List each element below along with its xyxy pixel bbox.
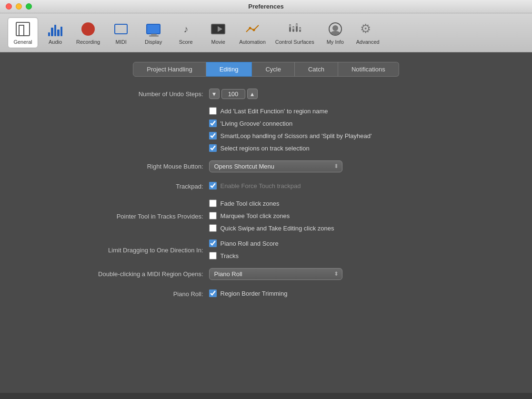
svg-point-1 (252, 29, 255, 31)
smartloop-checkbox[interactable] (209, 132, 217, 140)
piano-roll-score-checkbox[interactable] (209, 239, 217, 247)
fade-tool-wrapper: Fade Tool click zones (209, 200, 334, 207)
tab-cycle[interactable]: Cycle (252, 62, 295, 77)
trackpad-checkbox-label[interactable]: Enable Force Touch trackpad (221, 182, 301, 190)
toolbar-label-display: Display (145, 39, 162, 45)
pointer-tool-row: Pointer Tool in Tracks Provides: Fade To… (61, 200, 471, 233)
toolbar-label-general: General (13, 39, 32, 45)
undo-steps-down-button[interactable]: ▾ (209, 89, 220, 99)
double-click-row: Double-clicking a MIDI Region Opens: Pia… (61, 267, 471, 280)
toolbar-label-recording: Recording (76, 39, 100, 45)
toolbar-item-advanced[interactable]: Advanced (352, 18, 383, 48)
last-edit-function-wrapper: Add 'Last Edit Function' to region name (209, 107, 372, 115)
advanced-icon (359, 20, 376, 38)
tracks-checkbox[interactable] (209, 252, 217, 259)
score-icon: ♪ (177, 20, 194, 38)
living-groove-checkbox[interactable] (209, 120, 217, 127)
tab-project-handling[interactable]: Project Handling (133, 62, 206, 77)
svg-point-9 (299, 28, 301, 30)
tab-editing[interactable]: Editing (206, 62, 252, 77)
right-mouse-select[interactable]: Opens Shortcut Menu Opens Tool Menu Is A… (209, 160, 342, 172)
close-button[interactable] (6, 3, 12, 10)
toolbar-item-midi[interactable]: MIDI (106, 18, 136, 48)
select-regions-label[interactable]: Select regions on track selection (221, 145, 310, 152)
trackpad-row: Trackpad: Enable Force Touch trackpad (61, 180, 471, 193)
double-click-control: Piano Roll Score Editor Step Editor (209, 268, 471, 280)
piano-roll-row: Piano Roll: Region Border Trimming (61, 287, 471, 300)
toolbar-item-recording[interactable]: Recording (72, 18, 104, 48)
toolbar-item-general[interactable]: General (8, 17, 38, 48)
marquee-tool-checkbox[interactable] (209, 212, 217, 219)
tab-notifications[interactable]: Notifications (338, 62, 399, 77)
automation-icon (244, 20, 261, 38)
toolbar-label-movie: Movie (211, 39, 225, 45)
toolbar-item-automation[interactable]: Automation (235, 18, 270, 48)
main-content: Project Handling Editing Cycle Catch Not… (0, 52, 532, 393)
window-title: Preferences (248, 3, 283, 10)
undo-steps-control: ▾ 100 ▴ (209, 89, 471, 99)
undo-steps-value: 100 (221, 89, 245, 99)
quick-swipe-label[interactable]: Quick Swipe and Take Editing click zones (221, 225, 334, 232)
quick-swipe-wrapper: Quick Swipe and Take Editing click zones (209, 224, 334, 232)
toolbar-item-audio[interactable]: Audio (40, 18, 70, 48)
piano-roll-score-wrapper: Piano Roll and Score (209, 239, 279, 247)
select-regions-checkbox[interactable] (209, 144, 217, 152)
my-info-icon (327, 20, 344, 38)
fade-tool-label[interactable]: Fade Tool click zones (221, 200, 280, 207)
region-border-checkbox[interactable] (209, 289, 217, 297)
toolbar-label-control-surfaces: Control Surfaces (275, 39, 314, 45)
last-edit-function-label[interactable]: Add 'Last Edit Function' to region name (221, 108, 328, 115)
toolbar-label-midi: MIDI (116, 39, 127, 45)
toolbar-item-control-surfaces[interactable]: Control Surfaces (271, 18, 318, 48)
last-edit-function-checkbox[interactable] (209, 107, 217, 115)
double-click-label: Double-clicking a MIDI Region Opens: (61, 270, 209, 278)
right-mouse-dropdown-wrapper: Opens Shortcut Menu Opens Tool Menu Is A… (209, 160, 342, 172)
toolbar-item-my-info[interactable]: My Info (320, 18, 351, 48)
fade-tool-checkbox[interactable] (209, 200, 217, 207)
living-groove-label[interactable]: 'Living Groove' connection (221, 120, 293, 127)
pointer-tool-control: Fade Tool click zones Marquee Tool click… (209, 200, 471, 233)
limit-dragging-row: Limit Dragging to One Direction In: Pian… (61, 239, 471, 260)
toolbar-item-movie[interactable]: Movie (203, 18, 233, 48)
svg-point-8 (295, 24, 298, 27)
quick-swipe-checkbox[interactable] (209, 224, 217, 232)
pointer-tool-checkboxes: Fade Tool click zones Marquee Tool click… (209, 200, 334, 233)
limit-dragging-label: Limit Dragging to One Direction In: (61, 247, 209, 254)
undo-steps-row: Number of Undo Steps: ▾ 100 ▴ (61, 87, 471, 100)
window-controls[interactable] (6, 3, 32, 10)
smartloop-label[interactable]: SmartLoop handling of Scissors and 'Spli… (221, 132, 372, 140)
double-click-select[interactable]: Piano Roll Score Editor Step Editor (209, 268, 342, 280)
tab-catch[interactable]: Catch (295, 62, 338, 77)
settings-form: Number of Undo Steps: ▾ 100 ▴ Add 'Last … (61, 87, 471, 300)
midi-icon (112, 20, 130, 38)
maximize-button[interactable] (26, 3, 32, 10)
movie-icon (210, 20, 227, 38)
marquee-tool-wrapper: Marquee Tool click zones (209, 212, 334, 219)
undo-steps-up-button[interactable]: ▴ (247, 89, 258, 99)
living-groove-wrapper: 'Living Groove' connection (209, 120, 372, 127)
toolbar-item-display[interactable]: Display (138, 18, 169, 48)
tracks-wrapper: Tracks (209, 252, 279, 259)
toolbar-label-advanced: Advanced (356, 39, 380, 45)
undo-steps-label: Number of Undo Steps: (61, 90, 209, 98)
trackpad-checkbox[interactable] (209, 182, 217, 190)
indent-checkboxes: Add 'Last Edit Function' to region name … (209, 107, 372, 153)
general-icon (14, 20, 31, 38)
trackpad-wrapper: Enable Force Touch trackpad (209, 182, 301, 190)
control-surfaces-icon (286, 20, 303, 38)
piano-roll-control: Region Border Trimming (209, 289, 471, 298)
select-regions-wrapper: Select regions on track selection (209, 144, 372, 152)
region-border-label[interactable]: Region Border Trimming (221, 290, 288, 297)
trackpad-label: Trackpad: (61, 183, 209, 190)
toolbar-item-score[interactable]: ♪ Score (171, 18, 201, 48)
piano-roll-score-label[interactable]: Piano Roll and Score (221, 240, 279, 247)
right-mouse-row: Right Mouse Button: Opens Shortcut Menu … (61, 160, 471, 173)
toolbar-label-my-info: My Info (327, 39, 344, 45)
marquee-tool-label[interactable]: Marquee Tool click zones (221, 212, 290, 219)
svg-point-0 (249, 27, 251, 30)
minimize-button[interactable] (16, 3, 22, 10)
toolbar-label-score: Score (179, 39, 193, 45)
limit-dragging-checkboxes: Piano Roll and Score Tracks (209, 239, 279, 260)
right-mouse-control: Opens Shortcut Menu Opens Tool Menu Is A… (209, 160, 471, 172)
tracks-label[interactable]: Tracks (221, 252, 239, 259)
